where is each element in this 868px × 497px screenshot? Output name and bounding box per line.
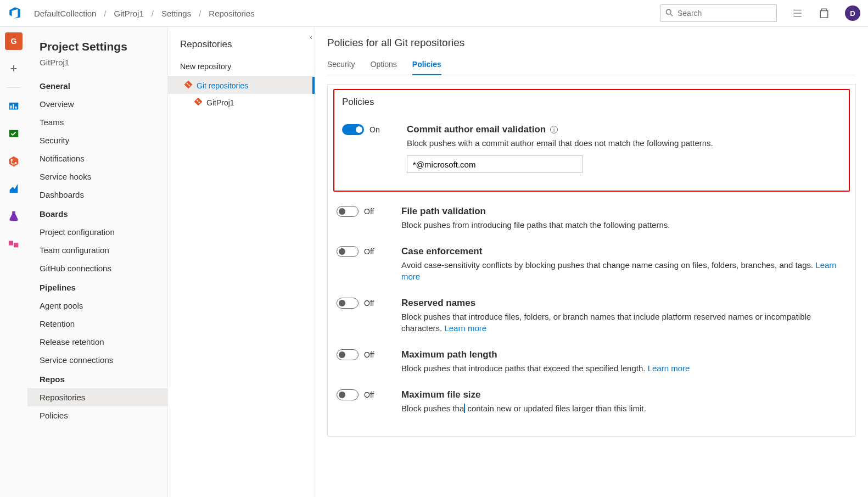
search-icon bbox=[665, 9, 673, 18]
item-service-hooks[interactable]: Service hooks bbox=[27, 167, 167, 186]
rail-boards-icon[interactable] bbox=[5, 125, 23, 143]
breadcrumb-project[interactable]: GitProj1 bbox=[114, 9, 144, 18]
policy-title-label: Maximum file size bbox=[401, 389, 847, 400]
toggle-filepath-validation[interactable] bbox=[337, 206, 359, 217]
item-project-config[interactable]: Project configuration bbox=[27, 223, 167, 241]
group-boards: Boards bbox=[27, 204, 167, 223]
search-input[interactable] bbox=[677, 9, 774, 18]
item-team-config[interactable]: Team configuration bbox=[27, 241, 167, 259]
item-repositories[interactable]: Repositories bbox=[27, 388, 167, 406]
tree-child-label: GitProj1 bbox=[206, 98, 234, 107]
rail-project[interactable]: G bbox=[5, 32, 23, 50]
policy-desc: Block pushes that introduce paths that e… bbox=[401, 362, 847, 374]
item-policies[interactable]: Policies bbox=[27, 406, 167, 425]
tab-policies[interactable]: Policies bbox=[412, 57, 441, 75]
tabs: Security Options Policies bbox=[327, 57, 856, 75]
repos-panel: ‹ Repositories New repository Git reposi… bbox=[168, 27, 315, 497]
group-repos: Repos bbox=[27, 369, 167, 388]
svg-rect-10 bbox=[13, 104, 14, 108]
rail-repos-icon[interactable] bbox=[5, 153, 23, 170]
breadcrumb: DefaultCollection / GitProj1 / Settings … bbox=[34, 9, 660, 18]
item-agent-pools[interactable]: Agent pools bbox=[27, 297, 167, 315]
item-notifications[interactable]: Notifications bbox=[27, 149, 167, 167]
group-general: General bbox=[27, 76, 167, 95]
tree-git-repositories[interactable]: Git repositories bbox=[168, 77, 315, 94]
item-teams[interactable]: Teams bbox=[27, 113, 167, 131]
tree-repo-gitproj1[interactable]: GitProj1 bbox=[168, 94, 315, 111]
policy-max-file-size: Off Maximum file size Block pushes tha c… bbox=[337, 382, 847, 422]
toggle-max-file-size[interactable] bbox=[337, 389, 359, 400]
info-icon[interactable]: i bbox=[550, 126, 558, 133]
toggle-max-path-length[interactable] bbox=[337, 349, 359, 360]
svg-point-14 bbox=[15, 162, 17, 164]
svg-point-5 bbox=[793, 10, 793, 10]
rail-overview-icon[interactable] bbox=[5, 98, 23, 115]
repos-panel-title: Repositories bbox=[168, 37, 315, 57]
policy-title-label: Maximum path length bbox=[401, 349, 847, 360]
policy-desc: Avoid case-sensitivity conflicts by bloc… bbox=[401, 259, 847, 282]
toggle-state: Off bbox=[364, 299, 374, 308]
item-service-connections[interactable]: Service connections bbox=[27, 351, 167, 369]
avatar[interactable]: D bbox=[845, 5, 860, 21]
toggle-state: Off bbox=[364, 207, 374, 216]
policy-email-validation: On Commit author email validation i Bloc… bbox=[342, 116, 841, 181]
toggle-state: Off bbox=[364, 350, 374, 359]
tab-security[interactable]: Security bbox=[327, 57, 355, 75]
main-content: Policies for all Git repositories Securi… bbox=[315, 27, 868, 497]
item-overview[interactable]: Overview bbox=[27, 95, 167, 113]
policy-title-label: File path validation bbox=[401, 206, 847, 217]
email-pattern-input[interactable] bbox=[407, 155, 583, 173]
top-bar: DefaultCollection / GitProj1 / Settings … bbox=[0, 0, 868, 27]
policy-filepath-validation: Off File path validation Block pushes fr… bbox=[337, 198, 847, 238]
item-release-retention[interactable]: Release retention bbox=[27, 333, 167, 351]
settings-subtitle: GitProj1 bbox=[27, 55, 167, 76]
policy-case-enforcement: Off Case enforcement Avoid case-sensitiv… bbox=[337, 238, 847, 290]
toggle-state: On bbox=[369, 125, 380, 134]
rail-add[interactable]: + bbox=[5, 60, 23, 77]
toggle-case-enforcement[interactable] bbox=[337, 246, 359, 257]
page-title: Policies for all Git repositories bbox=[327, 37, 856, 49]
rail-testplans-icon[interactable] bbox=[5, 208, 23, 225]
search-box[interactable] bbox=[660, 4, 777, 22]
tab-options[interactable]: Options bbox=[371, 57, 397, 75]
breadcrumb-collection[interactable]: DefaultCollection bbox=[34, 9, 96, 18]
policy-title-label: Case enforcement bbox=[401, 246, 847, 257]
svg-point-0 bbox=[666, 9, 671, 14]
svg-rect-16 bbox=[14, 243, 18, 247]
policy-desc: Block pushes that introduce files, folde… bbox=[401, 311, 847, 334]
azure-devops-logo-icon[interactable] bbox=[8, 6, 22, 20]
item-dashboards[interactable]: Dashboards bbox=[27, 186, 167, 204]
policy-desc: Block pushes tha contain new or updated … bbox=[401, 403, 847, 414]
learn-more-link[interactable]: Learn more bbox=[444, 323, 486, 333]
svg-point-7 bbox=[793, 16, 793, 16]
rail-pipelines-icon[interactable] bbox=[5, 180, 23, 198]
item-security[interactable]: Security bbox=[27, 131, 167, 149]
toggle-state: Off bbox=[364, 390, 374, 399]
collapse-panel-icon[interactable]: ‹ bbox=[310, 32, 312, 41]
policy-title-label: Commit author email validation bbox=[407, 124, 546, 135]
breadcrumb-settings[interactable]: Settings bbox=[161, 9, 191, 18]
svg-point-6 bbox=[793, 13, 793, 13]
item-github-connections[interactable]: GitHub connections bbox=[27, 259, 167, 277]
svg-point-13 bbox=[11, 159, 13, 161]
toggle-email-validation[interactable] bbox=[342, 124, 364, 135]
policy-title-label: Reserved names bbox=[401, 298, 847, 309]
rail-artifacts-icon[interactable] bbox=[5, 235, 23, 253]
marketplace-icon[interactable] bbox=[819, 8, 830, 19]
policies-card: Policies On Commit author email validati… bbox=[327, 84, 856, 437]
toggle-state: Off bbox=[364, 247, 374, 256]
breadcrumb-repositories[interactable]: Repositories bbox=[209, 9, 254, 18]
git-icon bbox=[194, 98, 202, 107]
list-icon[interactable] bbox=[792, 8, 803, 19]
policy-desc: Block pushes from introducing file paths… bbox=[401, 219, 847, 231]
card-title: Policies bbox=[342, 97, 841, 108]
text-cursor bbox=[464, 404, 465, 413]
item-retention[interactable]: Retention bbox=[27, 315, 167, 333]
new-repository-button[interactable]: New repository bbox=[168, 57, 315, 77]
toggle-reserved-names[interactable] bbox=[337, 298, 359, 309]
learn-more-link[interactable]: Learn more bbox=[648, 364, 690, 373]
svg-rect-9 bbox=[10, 105, 12, 109]
tree-root-label: Git repositories bbox=[197, 81, 248, 90]
svg-rect-15 bbox=[9, 241, 13, 245]
settings-title: Project Settings bbox=[27, 36, 167, 55]
